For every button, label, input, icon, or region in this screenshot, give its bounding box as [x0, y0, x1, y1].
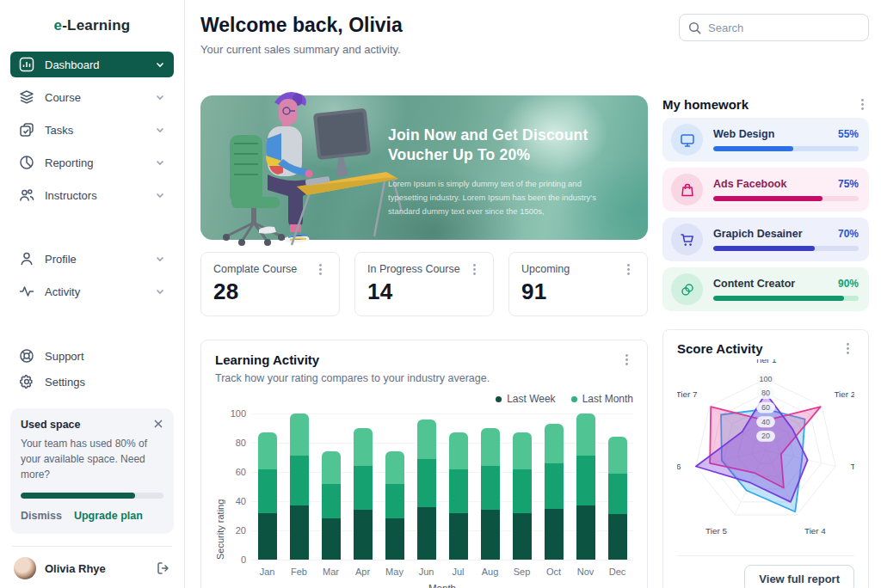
- stats-row: Complate Course 28 In Progress Course 14: [200, 252, 648, 316]
- homework-item-grapich-desainer[interactable]: Grapich Desainer 70%: [662, 217, 869, 261]
- svg-text:40: 40: [761, 418, 770, 426]
- bar-jul: [442, 413, 474, 560]
- homework-item-content-creator[interactable]: Content Creator 90%: [662, 267, 869, 311]
- kebab-menu-icon[interactable]: [619, 352, 633, 366]
- kebab-menu-icon[interactable]: [313, 262, 327, 276]
- bar-may: [379, 413, 410, 560]
- avatar: [14, 557, 36, 579]
- svg-text:100: 100: [760, 375, 773, 383]
- svg-text:Tier 7: Tier 7: [677, 389, 698, 399]
- sidebar-item-label: Tasks: [45, 124, 145, 137]
- upgrade-plan-button[interactable]: Upgrade plan: [74, 510, 143, 522]
- view-full-report-button[interactable]: View full report: [744, 565, 854, 588]
- shopping-cart-icon: [671, 224, 703, 255]
- stat-value: 91: [521, 279, 635, 305]
- stat-label: Upcoming: [521, 263, 570, 275]
- homework-progress-fill: [713, 296, 844, 301]
- legend-item: Last Week: [496, 393, 555, 405]
- search-box: [679, 14, 869, 41]
- topbar: Welcome back, Olivia Your current sales …: [200, 14, 869, 56]
- learning-activity-subtitle: Track how your rating compares to your i…: [215, 372, 490, 384]
- homework-progress-fill: [713, 146, 793, 151]
- chevron-down-icon: [155, 92, 165, 102]
- used-space-card: Used space Your team has used 80% of you…: [10, 408, 174, 534]
- bar-chart-icon: [19, 57, 34, 72]
- homework-name: Web Design: [713, 128, 774, 140]
- sidebar-item-label: Dashboard: [45, 58, 145, 71]
- bar-mar: [315, 413, 347, 560]
- homework-progress-fill: [713, 196, 822, 201]
- sidebar-item-course[interactable]: Course: [10, 84, 174, 110]
- homework-percent: 70%: [838, 228, 859, 240]
- page-title: Welcome back, Olivia: [200, 14, 403, 37]
- sidebar: e-Learning Dashboard Course Tasks Report…: [0, 0, 185, 588]
- stat-label: Complate Course: [213, 263, 297, 275]
- bar-oct: [538, 413, 570, 560]
- sidebar-item-label: Support: [45, 350, 84, 363]
- bar-apr: [347, 413, 379, 560]
- learning-activity-card: Learning Activity Track how your rating …: [200, 340, 648, 588]
- homework-progress-fill: [713, 246, 815, 251]
- chevron-down-icon: [155, 59, 165, 70]
- search-icon: [688, 21, 701, 34]
- bar-nov: [570, 413, 601, 560]
- main-content: Welcome back, Olivia Your current sales …: [185, 0, 881, 588]
- layers-icon: [19, 89, 34, 105]
- left-column: Join Now and Get Discount Voucher Up To …: [200, 95, 648, 588]
- stat-value: 28: [213, 279, 327, 305]
- stat-card-in-progress-course: In Progress Course 14: [354, 252, 494, 316]
- homework-item-web-design[interactable]: Web Design 55%: [662, 118, 869, 162]
- banner-headline: Join Now and Get Discount Voucher Up To …: [388, 126, 633, 165]
- bar-dec: [601, 413, 633, 560]
- bar-aug: [474, 413, 506, 560]
- sidebar-item-profile[interactable]: Profile: [10, 246, 174, 272]
- sidebar-item-instructors[interactable]: Instructors: [10, 182, 174, 208]
- sidebar-item-reporting[interactable]: Reporting: [10, 150, 174, 175]
- score-activity-card: Score Activity 20406080100Tier 1Tier 2Ti…: [662, 329, 869, 588]
- kebab-menu-icon[interactable]: [621, 262, 635, 276]
- stat-value: 14: [367, 279, 481, 305]
- y-axis-title: Security rating: [215, 413, 225, 560]
- used-space-progress-fill: [21, 493, 135, 499]
- chevron-down-icon: [155, 286, 165, 297]
- checklist-icon: [19, 122, 34, 138]
- chevron-down-icon: [155, 190, 165, 200]
- score-activity-title: Score Activity: [677, 341, 763, 356]
- user-row[interactable]: Olivia Rhye: [10, 547, 174, 579]
- homework-item-ads-facebook[interactable]: Ads Facebook 75%: [662, 168, 869, 211]
- search-input[interactable]: [708, 21, 859, 34]
- kebab-menu-icon[interactable]: [855, 98, 869, 112]
- sidebar-item-activity[interactable]: Activity: [10, 279, 174, 304]
- sidebar-item-label: Settings: [45, 376, 85, 389]
- learning-activity-title: Learning Activity: [215, 352, 490, 367]
- pulse-icon: [19, 284, 34, 299]
- sidebar-item-settings[interactable]: Settings: [10, 369, 174, 395]
- bar-sep: [506, 413, 538, 560]
- chevron-down-icon: [155, 254, 165, 264]
- banner-text: Join Now and Get Discount Voucher Up To …: [388, 126, 633, 217]
- sidebar-item-tasks[interactable]: Tasks: [10, 117, 174, 143]
- logout-icon[interactable]: [157, 561, 170, 575]
- bar-jun: [410, 413, 442, 560]
- page-subtitle: Your current sales summary and activity.: [200, 43, 403, 56]
- promo-banner: Join Now and Get Discount Voucher Up To …: [200, 95, 648, 240]
- rings-icon: [671, 273, 703, 305]
- homework-progress-track: [713, 246, 859, 251]
- homework-percent: 90%: [838, 278, 859, 290]
- dismiss-button[interactable]: Dismiss: [21, 510, 62, 522]
- legend-dot: [571, 396, 577, 402]
- shopping-bag-icon: [671, 174, 703, 205]
- svg-text:Tier 1: Tier 1: [755, 359, 777, 364]
- svg-text:60: 60: [761, 403, 770, 412]
- kebab-menu-icon[interactable]: [841, 341, 854, 355]
- kebab-menu-icon[interactable]: [467, 262, 481, 276]
- close-icon[interactable]: [151, 417, 165, 431]
- sidebar-item-support[interactable]: Support: [10, 343, 174, 369]
- user-name: Olivia Rhye: [45, 562, 148, 575]
- sidebar-item-dashboard[interactable]: Dashboard: [10, 52, 174, 77]
- used-space-title: Used space: [21, 419, 163, 431]
- svg-text:20: 20: [761, 432, 770, 440]
- sidebar-item-label: Instructors: [45, 189, 145, 202]
- homework-name: Content Creator: [713, 278, 795, 290]
- sidebar-item-label: Reporting: [45, 156, 145, 169]
